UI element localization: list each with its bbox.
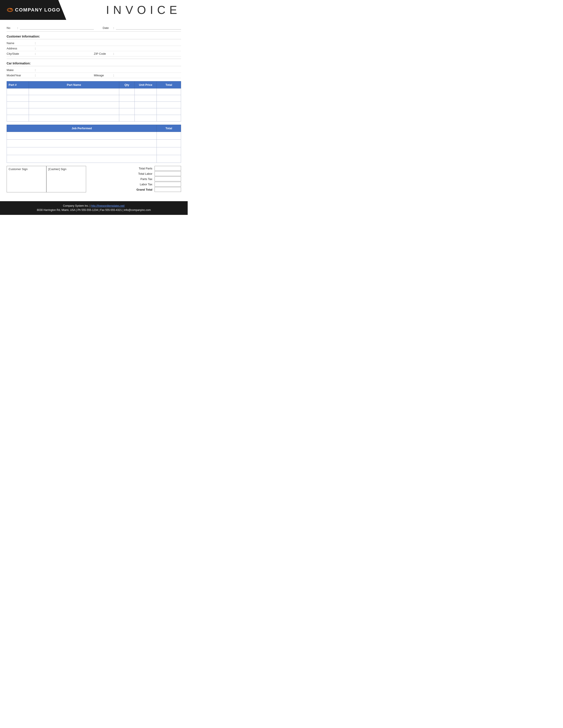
city-state-label: City/State bbox=[7, 52, 33, 55]
car-info-title: Car Information: bbox=[7, 62, 181, 66]
labor-tax-value[interactable] bbox=[154, 182, 181, 187]
car-make-row: Make : bbox=[7, 68, 181, 73]
city-state-field: City/State : bbox=[7, 52, 94, 55]
table-row bbox=[7, 155, 181, 163]
total-parts-value[interactable] bbox=[154, 166, 181, 171]
footer-line2: 8030 Harrington Rd, Miami, USA | Ph 555-… bbox=[4, 208, 183, 212]
date-label: Date bbox=[103, 26, 111, 30]
table-row bbox=[7, 147, 181, 155]
date-colon: : bbox=[113, 26, 114, 30]
total-labor-value[interactable] bbox=[154, 171, 181, 176]
svg-point-2 bbox=[10, 8, 12, 9]
total-labor-label: Total Labor bbox=[90, 172, 154, 175]
header: COMPANY LOGO INVOICE bbox=[0, 0, 188, 20]
job-table-header-row: Job Performed Total bbox=[7, 125, 181, 132]
content-area: No : Date : Customer Information: Name :… bbox=[0, 24, 188, 197]
labor-tax-row: Labor Tax bbox=[90, 182, 181, 187]
mileage-label: Mileage bbox=[94, 74, 111, 77]
parts-tax-value[interactable] bbox=[154, 176, 181, 181]
total-labor-row: Total Labor bbox=[90, 171, 181, 176]
qty-header: Qty bbox=[119, 81, 135, 88]
logo-icon bbox=[4, 6, 13, 14]
total-header: Total bbox=[157, 81, 181, 88]
mileage-field: Mileage : bbox=[94, 74, 181, 77]
customer-sign-box[interactable]: Customer Sign bbox=[7, 166, 46, 192]
zip-field: ZIP Code : bbox=[94, 52, 181, 55]
address-label: Address bbox=[7, 47, 33, 50]
job-performed-header: Job Performed bbox=[7, 125, 157, 132]
section-divider bbox=[7, 59, 181, 59]
date-value[interactable] bbox=[116, 26, 181, 30]
part-name-header: Part Name bbox=[29, 81, 119, 88]
make-label: Make bbox=[7, 68, 33, 72]
footer-line1: Company System Inc. | http://freewordtem… bbox=[4, 204, 183, 208]
no-value[interactable] bbox=[20, 26, 94, 30]
table-row bbox=[7, 102, 181, 108]
grand-total-row: Grand Total bbox=[90, 187, 181, 192]
totals-section: Total Parts Total Labor Parts Tax Labor … bbox=[90, 166, 181, 192]
customer-name-row: Name : bbox=[7, 41, 181, 46]
parts-table-header-row: Part # Part Name Qty Unit Price Total bbox=[7, 81, 181, 88]
cashier-sign-box[interactable]: [Cashier] Sign bbox=[46, 166, 86, 192]
model-year-label: Model/Year bbox=[7, 74, 33, 77]
invoice-date-field: Date : bbox=[94, 26, 181, 30]
job-total-header: Total bbox=[157, 125, 181, 132]
labor-tax-label: Labor Tax bbox=[90, 183, 154, 186]
total-parts-label: Total Parts bbox=[90, 167, 154, 170]
grand-total-label: Grand Total bbox=[90, 188, 154, 191]
footer-company: Company System Inc. bbox=[63, 204, 89, 207]
logo-text: COMPANY LOGO bbox=[15, 7, 60, 13]
footer: Company System Inc. | http://freewordtem… bbox=[0, 201, 188, 215]
parts-tax-row: Parts Tax bbox=[90, 176, 181, 181]
no-label: No bbox=[7, 26, 15, 30]
invoice-no-field: No : bbox=[7, 26, 94, 30]
cashier-sign-label: [Cashier] Sign bbox=[48, 167, 66, 171]
name-label: Name bbox=[7, 41, 33, 45]
bottom-section: Customer Sign [Cashier] Sign Total Parts… bbox=[7, 166, 181, 192]
zip-label: ZIP Code bbox=[94, 52, 111, 55]
customer-city-zip-row: City/State : ZIP Code : bbox=[7, 51, 181, 56]
company-logo: COMPANY LOGO bbox=[4, 6, 60, 14]
logo-area: COMPANY LOGO bbox=[0, 0, 66, 20]
table-row bbox=[7, 115, 181, 122]
grand-total-value[interactable] bbox=[154, 187, 181, 192]
invoice-title-area: INVOICE bbox=[66, 0, 188, 20]
model-year-field: Model/Year : bbox=[7, 74, 94, 77]
signature-boxes: Customer Sign [Cashier] Sign bbox=[7, 166, 86, 192]
total-parts-row: Total Parts bbox=[90, 166, 181, 171]
job-table: Job Performed Total bbox=[7, 125, 181, 163]
table-row bbox=[7, 132, 181, 140]
customer-sign-label: Customer Sign bbox=[9, 167, 28, 171]
parts-tax-label: Parts Tax bbox=[90, 177, 154, 181]
table-row bbox=[7, 140, 181, 147]
footer-website[interactable]: http://freewordtemplates.net/ bbox=[91, 204, 125, 207]
svg-point-0 bbox=[7, 8, 13, 12]
table-row bbox=[7, 88, 181, 95]
table-row bbox=[7, 108, 181, 115]
parts-table: Part # Part Name Qty Unit Price Total bbox=[7, 81, 181, 122]
part-num-header: Part # bbox=[7, 81, 29, 88]
car-model-mileage-row: Model/Year : Mileage : bbox=[7, 73, 181, 78]
customer-info-title: Customer Information: bbox=[7, 35, 181, 39]
no-colon: : bbox=[17, 26, 18, 30]
unit-price-header: Unit Price bbox=[135, 81, 157, 88]
table-row bbox=[7, 95, 181, 102]
invoice-title: INVOICE bbox=[106, 3, 181, 17]
invoice-meta-row: No : Date : bbox=[7, 24, 181, 32]
customer-address-row: Address : bbox=[7, 46, 181, 51]
